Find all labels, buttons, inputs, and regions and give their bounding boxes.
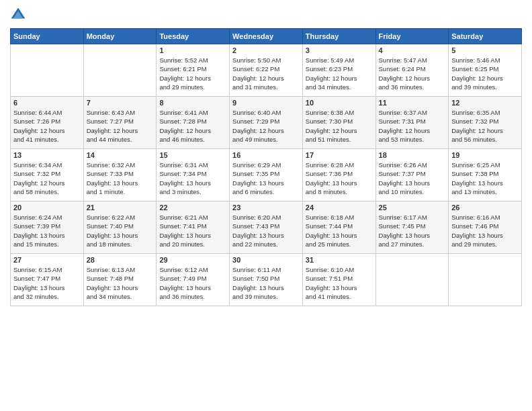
calendar-cell: 9Sunrise: 6:40 AM Sunset: 7:29 PM Daylig… [230, 97, 303, 149]
day-number: 28 [87, 256, 154, 264]
calendar-cell: 28Sunrise: 6:13 AM Sunset: 7:48 PM Dayli… [83, 254, 157, 306]
calendar-cell: 8Sunrise: 6:41 AM Sunset: 7:28 PM Daylig… [157, 97, 230, 149]
day-number: 2 [232, 46, 300, 54]
calendar-cell: 21Sunrise: 6:22 AM Sunset: 7:40 PM Dayli… [83, 201, 157, 254]
day-info: Sunrise: 6:26 AM Sunset: 7:37 PM Dayligh… [379, 161, 446, 196]
calendar-cell: 7Sunrise: 6:43 AM Sunset: 7:27 PM Daylig… [83, 97, 157, 149]
day-number: 29 [159, 256, 226, 264]
page-container: SundayMondayTuesdayWednesdayThursdayFrid… [0, 0, 532, 411]
calendar-week-row: 13Sunrise: 6:34 AM Sunset: 7:32 PM Dayli… [11, 149, 522, 201]
calendar-cell: 27Sunrise: 6:15 AM Sunset: 7:47 PM Dayli… [11, 254, 84, 306]
calendar-cell: 19Sunrise: 6:25 AM Sunset: 7:38 PM Dayli… [449, 149, 522, 201]
header [10, 7, 522, 23]
day-info: Sunrise: 6:10 AM Sunset: 7:51 PM Dayligh… [306, 265, 373, 301]
day-number: 9 [232, 99, 300, 107]
day-number: 20 [13, 203, 81, 212]
day-number: 31 [306, 256, 373, 264]
day-info: Sunrise: 6:20 AM Sunset: 7:43 PM Dayligh… [232, 213, 300, 248]
calendar-header-row: SundayMondayTuesdayWednesdayThursdayFrid… [11, 29, 522, 44]
day-number: 17 [306, 151, 373, 159]
calendar-table: SundayMondayTuesdayWednesdayThursdayFrid… [10, 28, 522, 306]
weekday-header: Thursday [302, 29, 375, 44]
day-info: Sunrise: 5:50 AM Sunset: 6:22 PM Dayligh… [232, 56, 300, 91]
calendar-week-row: 27Sunrise: 6:15 AM Sunset: 7:47 PM Dayli… [11, 254, 522, 306]
day-info: Sunrise: 6:40 AM Sunset: 7:29 PM Dayligh… [232, 108, 300, 144]
day-info: Sunrise: 5:46 AM Sunset: 6:25 PM Dayligh… [451, 56, 519, 91]
day-info: Sunrise: 6:34 AM Sunset: 7:32 PM Dayligh… [13, 161, 81, 196]
day-number: 21 [87, 203, 154, 212]
day-number: 25 [379, 203, 446, 212]
day-info: Sunrise: 6:22 AM Sunset: 7:40 PM Dayligh… [87, 213, 154, 248]
calendar-cell: 25Sunrise: 6:17 AM Sunset: 7:45 PM Dayli… [375, 201, 449, 254]
calendar-cell [449, 254, 522, 306]
calendar-cell: 22Sunrise: 6:21 AM Sunset: 7:41 PM Dayli… [157, 201, 230, 254]
logo [10, 7, 29, 23]
calendar-cell [375, 254, 449, 306]
day-info: Sunrise: 5:49 AM Sunset: 6:23 PM Dayligh… [306, 56, 373, 91]
calendar-cell: 12Sunrise: 6:35 AM Sunset: 7:32 PM Dayli… [449, 97, 522, 149]
day-info: Sunrise: 6:31 AM Sunset: 7:34 PM Dayligh… [159, 161, 226, 196]
logo-icon [10, 7, 26, 23]
calendar-cell: 30Sunrise: 6:11 AM Sunset: 7:50 PM Dayli… [230, 254, 303, 306]
day-info: Sunrise: 6:41 AM Sunset: 7:28 PM Dayligh… [159, 108, 226, 144]
day-info: Sunrise: 6:18 AM Sunset: 7:44 PM Dayligh… [306, 213, 373, 248]
day-number: 1 [159, 46, 226, 54]
day-number: 4 [379, 46, 446, 54]
day-info: Sunrise: 6:35 AM Sunset: 7:32 PM Dayligh… [451, 108, 519, 144]
calendar-cell: 23Sunrise: 6:20 AM Sunset: 7:43 PM Dayli… [230, 201, 303, 254]
calendar-cell: 20Sunrise: 6:24 AM Sunset: 7:39 PM Dayli… [11, 201, 84, 254]
day-info: Sunrise: 6:25 AM Sunset: 7:38 PM Dayligh… [451, 161, 519, 196]
day-number: 10 [306, 99, 373, 107]
calendar-cell: 18Sunrise: 6:26 AM Sunset: 7:37 PM Dayli… [375, 149, 449, 201]
day-number: 18 [379, 151, 446, 159]
calendar-week-row: 6Sunrise: 6:44 AM Sunset: 7:26 PM Daylig… [11, 97, 522, 149]
day-number: 27 [13, 256, 81, 264]
calendar-cell [83, 44, 157, 97]
calendar-cell: 31Sunrise: 6:10 AM Sunset: 7:51 PM Dayli… [302, 254, 375, 306]
day-info: Sunrise: 6:11 AM Sunset: 7:50 PM Dayligh… [232, 265, 300, 301]
day-number: 3 [306, 46, 373, 54]
day-info: Sunrise: 6:24 AM Sunset: 7:39 PM Dayligh… [13, 213, 81, 248]
day-number: 14 [87, 151, 154, 159]
day-number: 24 [306, 203, 373, 212]
weekday-header: Monday [83, 29, 157, 44]
day-info: Sunrise: 6:13 AM Sunset: 7:48 PM Dayligh… [87, 265, 154, 301]
day-info: Sunrise: 6:12 AM Sunset: 7:49 PM Dayligh… [159, 265, 226, 301]
day-number: 30 [232, 256, 300, 264]
day-number: 6 [13, 99, 81, 107]
day-info: Sunrise: 6:16 AM Sunset: 7:46 PM Dayligh… [451, 213, 519, 248]
calendar-cell: 3Sunrise: 5:49 AM Sunset: 6:23 PM Daylig… [302, 44, 375, 97]
day-info: Sunrise: 6:21 AM Sunset: 7:41 PM Dayligh… [159, 213, 226, 248]
calendar-cell: 6Sunrise: 6:44 AM Sunset: 7:26 PM Daylig… [11, 97, 84, 149]
day-number: 22 [159, 203, 226, 212]
calendar-cell: 2Sunrise: 5:50 AM Sunset: 6:22 PM Daylig… [230, 44, 303, 97]
day-info: Sunrise: 6:28 AM Sunset: 7:36 PM Dayligh… [306, 161, 373, 196]
day-info: Sunrise: 5:52 AM Sunset: 6:21 PM Dayligh… [159, 56, 226, 91]
calendar-cell: 16Sunrise: 6:29 AM Sunset: 7:35 PM Dayli… [230, 149, 303, 201]
day-number: 13 [13, 151, 81, 159]
calendar-week-row: 20Sunrise: 6:24 AM Sunset: 7:39 PM Dayli… [11, 201, 522, 254]
day-number: 26 [451, 203, 519, 212]
day-number: 12 [451, 99, 519, 107]
day-info: Sunrise: 6:29 AM Sunset: 7:35 PM Dayligh… [232, 161, 300, 196]
calendar-cell: 15Sunrise: 6:31 AM Sunset: 7:34 PM Dayli… [157, 149, 230, 201]
day-number: 5 [451, 46, 519, 54]
day-info: Sunrise: 5:47 AM Sunset: 6:24 PM Dayligh… [379, 56, 446, 91]
day-info: Sunrise: 6:37 AM Sunset: 7:31 PM Dayligh… [379, 108, 446, 144]
calendar-cell: 29Sunrise: 6:12 AM Sunset: 7:49 PM Dayli… [157, 254, 230, 306]
day-number: 11 [379, 99, 446, 107]
day-info: Sunrise: 6:32 AM Sunset: 7:33 PM Dayligh… [87, 161, 154, 196]
calendar-cell [11, 44, 84, 97]
calendar-cell: 24Sunrise: 6:18 AM Sunset: 7:44 PM Dayli… [302, 201, 375, 254]
day-info: Sunrise: 6:44 AM Sunset: 7:26 PM Dayligh… [13, 108, 81, 144]
day-info: Sunrise: 6:43 AM Sunset: 7:27 PM Dayligh… [87, 108, 154, 144]
day-number: 15 [159, 151, 226, 159]
calendar-cell: 5Sunrise: 5:46 AM Sunset: 6:25 PM Daylig… [449, 44, 522, 97]
calendar-cell: 14Sunrise: 6:32 AM Sunset: 7:33 PM Dayli… [83, 149, 157, 201]
calendar-cell: 1Sunrise: 5:52 AM Sunset: 6:21 PM Daylig… [157, 44, 230, 97]
day-number: 16 [232, 151, 300, 159]
calendar-cell: 10Sunrise: 6:38 AM Sunset: 7:30 PM Dayli… [302, 97, 375, 149]
weekday-header: Saturday [449, 29, 522, 44]
calendar-cell: 26Sunrise: 6:16 AM Sunset: 7:46 PM Dayli… [449, 201, 522, 254]
day-info: Sunrise: 6:38 AM Sunset: 7:30 PM Dayligh… [306, 108, 373, 144]
